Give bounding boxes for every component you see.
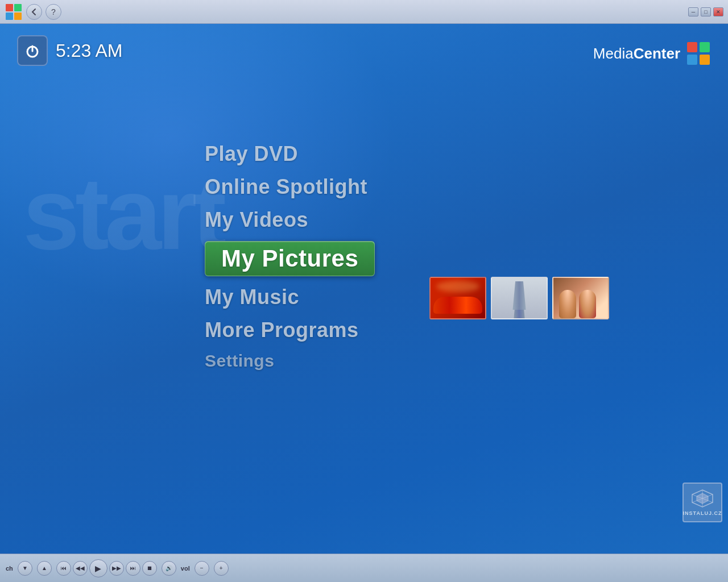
taskbar: ch ▼ ▲ ⏮ ◀◀ ▶ ▶▶ ⏭ ⏹ 🔊 vol − +	[0, 554, 728, 582]
ch-down-button[interactable]: ▼	[18, 561, 32, 576]
svg-rect-2	[6, 13, 13, 20]
help-button[interactable]: ?	[46, 4, 61, 20]
menu: Play DVD Online Spotlight My Videos My P…	[0, 138, 728, 375]
windows-logo	[5, 3, 23, 21]
thumbnails	[429, 277, 609, 319]
minimize-button[interactable]: ─	[688, 7, 698, 16]
maximize-button[interactable]: □	[701, 7, 711, 16]
menu-item-my-videos[interactable]: My Videos	[205, 203, 320, 236]
fast-forward-button[interactable]: ▶▶	[109, 561, 124, 576]
svg-rect-9	[700, 55, 710, 65]
transport-controls: ⏮ ◀◀ ▶ ▶▶ ⏭ ⏹	[56, 559, 157, 577]
corner-logo-text: INSTALUJ.CZ	[683, 510, 722, 516]
menu-item-more-programs[interactable]: More Programs	[205, 314, 370, 347]
stop-button[interactable]: ⏹	[142, 561, 157, 576]
menu-item-settings[interactable]: Settings	[205, 347, 286, 375]
thumbnail-1[interactable]	[429, 277, 486, 319]
window-controls: ─ □ ✕	[688, 7, 723, 16]
menu-item-my-pictures[interactable]: My Pictures	[205, 236, 386, 281]
header: 5:23 AM MediaCenter	[0, 24, 728, 98]
brand-logo	[686, 41, 711, 66]
corner-logo-icon	[691, 489, 714, 508]
svg-rect-1	[14, 4, 22, 11]
menu-item-play-dvd[interactable]: Play DVD	[205, 138, 309, 171]
menu-item-my-music[interactable]: My Music	[205, 281, 311, 314]
brand-text: MediaCenter	[593, 45, 680, 63]
brand-media: Media	[593, 45, 634, 62]
close-button[interactable]: ✕	[713, 7, 723, 16]
thumbnail-2[interactable]	[491, 277, 548, 319]
vol-label: vol	[181, 565, 190, 572]
power-button[interactable]	[17, 35, 48, 66]
skip-forward-button[interactable]: ⏭	[126, 561, 140, 576]
back-button[interactable]	[26, 4, 42, 20]
svg-rect-8	[687, 55, 697, 65]
vol-down-button[interactable]: −	[195, 561, 209, 576]
main-area: start 5:23 AM MediaCenter	[0, 24, 728, 554]
rewind-button[interactable]: ◀◀	[73, 561, 88, 576]
mute-button[interactable]: 🔊	[162, 561, 176, 576]
time-display: 5:23 AM	[56, 40, 122, 61]
thumbnail-3[interactable]	[552, 277, 609, 319]
power-icon	[24, 42, 41, 59]
menu-item-online-spotlight[interactable]: Online Spotlight	[205, 171, 379, 203]
help-icon: ?	[51, 7, 56, 16]
clock-area: 5:23 AM	[17, 35, 122, 66]
svg-rect-3	[14, 13, 22, 20]
titlebar: ? ─ □ ✕	[0, 0, 728, 24]
svg-rect-7	[700, 42, 710, 52]
corner-logo: INSTALUJ.CZ	[682, 483, 722, 522]
svg-rect-0	[6, 4, 13, 11]
brand-area: MediaCenter	[593, 35, 711, 66]
svg-rect-6	[687, 42, 697, 52]
ch-up-button[interactable]: ▲	[37, 561, 52, 576]
ch-label: ch	[6, 565, 13, 572]
vol-up-button[interactable]: +	[214, 561, 229, 576]
play-pause-button[interactable]: ▶	[89, 559, 107, 577]
brand-center: Center	[634, 45, 680, 62]
skip-back-button[interactable]: ⏮	[56, 561, 71, 576]
